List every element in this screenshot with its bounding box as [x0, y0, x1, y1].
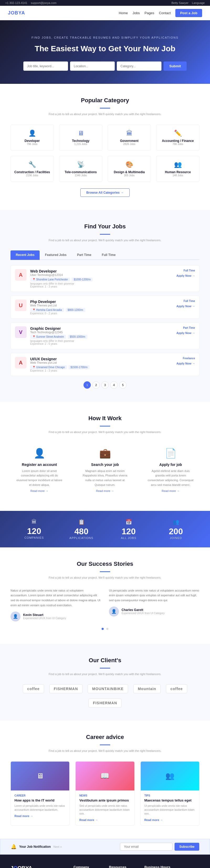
dot-1[interactable]: [102, 628, 104, 630]
job-salary-tag-2: $800-1200/m: [66, 308, 85, 312]
site-logo[interactable]: JOBYA: [8, 10, 25, 16]
job-location-input[interactable]: [70, 61, 115, 71]
companies-label: COMPANIES: [10, 536, 58, 539]
story-2-text: Ut perspiciatis unde omnis iste natus ut…: [109, 588, 200, 603]
joined-number: 200: [152, 527, 200, 536]
career-read-more-1[interactable]: Read more →: [14, 814, 33, 817]
all-jobs-number: 120: [105, 527, 152, 536]
success-stories-sub: Find a job to tell us about your project…: [10, 576, 200, 580]
page-5[interactable]: 5: [119, 381, 127, 389]
post-job-button[interactable]: Post a Job: [175, 9, 202, 17]
career-cat-3: Tips: [144, 794, 196, 797]
category-item-hr[interactable]: 👥 Human Resource 148 Jobs: [156, 156, 200, 182]
client-logo-5: coffee: [166, 684, 187, 693]
notification-subscribe-button[interactable]: Subscribe: [175, 843, 199, 851]
navbar: JOBYA Home Jobs Pages Contact Post a Job: [0, 6, 210, 20]
category-item-developer[interactable]: 👤 Developer 796 Jobs: [10, 125, 54, 151]
how-it-works-divider: [10, 423, 200, 427]
how-it-works-section: How It Work Find a job to tell us about …: [0, 402, 210, 511]
developer-icon: 👤: [13, 129, 51, 137]
job-tag-2: 📍 Hertsha Carol Arcadia: [30, 308, 64, 312]
topbar-language[interactable]: Language: [192, 1, 205, 4]
all-jobs-label: ALL JOBS: [105, 536, 152, 539]
nav-jobs[interactable]: Jobs: [133, 11, 140, 15]
category-item-technology[interactable]: 🖥 Technology 1,215 Jobs: [59, 125, 102, 151]
job-salary-tag-3: $500-1000/m: [68, 335, 88, 339]
career-advice-section: Career advice Find a job to tell us abou…: [0, 720, 210, 839]
success-stories-title: Our Success Stories: [10, 561, 200, 567]
footer-logo: JOOBYA: [10, 865, 66, 868]
apply-button-1[interactable]: Apply Now →: [164, 274, 195, 277]
construction-count: 2196 Jobs: [13, 174, 51, 177]
tab-full-time[interactable]: Full Time: [97, 250, 121, 260]
page-1[interactable]: 1: [83, 381, 91, 389]
stat-joined: 👥 200 JOINED: [152, 519, 200, 539]
page-3[interactable]: 3: [101, 381, 109, 389]
all-jobs-icon: 📅: [105, 519, 152, 525]
search-job-title: Search your job: [81, 463, 129, 467]
footer-company-title: Company: [73, 865, 101, 868]
construction-name: Construction / Facilities: [13, 170, 51, 174]
apply-button-3[interactable]: Apply Now →: [164, 331, 195, 335]
telecom-icon: 📡: [62, 161, 100, 168]
tab-recent-jobs[interactable]: Recent Jobs: [10, 250, 40, 260]
notification-bar: 🔔 Your Job Notification Next » Subscribe: [0, 839, 210, 855]
how-it-works-sub: Find a job to tell us about your project…: [10, 430, 200, 435]
job-type-3: Part Time: [164, 327, 195, 329]
nav-home[interactable]: Home: [119, 11, 128, 15]
story-2: Ut perspiciatis unde omnis iste natus ut…: [109, 588, 200, 621]
government-count: 2826 Jobs: [110, 143, 148, 146]
story-2-author: 👤 Charles Garett Experienced UI/UX from …: [109, 607, 200, 617]
search-job-read-more[interactable]: Read more →: [81, 489, 129, 493]
job-tags-1: 📍 Shoreline Lane Portchester $1000-1200/…: [30, 278, 160, 281]
apply-button-2[interactable]: Apply Now →: [164, 305, 195, 308]
stat-applications: 📋 480 APPLICATIONS: [58, 519, 105, 539]
job-category-input[interactable]: [117, 61, 162, 71]
notification-email-input[interactable]: [120, 843, 172, 851]
category-item-telecom[interactable]: 📡 Tele-communications 1346 Jobs: [59, 156, 102, 182]
topbar-login[interactable]: Betty Sawyer: [171, 1, 188, 4]
search-job-icon: 💼: [81, 448, 129, 459]
career-advice-sub: Find a job to tell us about your project…: [10, 749, 200, 753]
story-2-avatar: 👤: [109, 607, 119, 617]
register-read-more[interactable]: Read more →: [16, 489, 63, 493]
career-post-title-1: How apps is the IT world: [14, 798, 66, 802]
design-icon: 🎨: [110, 161, 148, 168]
dot-2[interactable]: [106, 628, 108, 630]
category-item-accounting[interactable]: ✏️ Accounting / Finance 786 Jobs: [156, 125, 200, 151]
job-exp-3: Experience: 2 - 5 years: [30, 342, 160, 345]
job-keyword-input[interactable]: [23, 61, 68, 71]
page-4[interactable]: 4: [110, 381, 117, 389]
tab-part-time[interactable]: Part Time: [72, 250, 96, 260]
accounting-icon: ✏️: [159, 129, 197, 137]
page-2[interactable]: 2: [93, 381, 100, 389]
hr-name: Human Resource: [159, 170, 197, 174]
how-it-works-grid: 👤 Register an account Lorem ipsum dolor …: [10, 442, 200, 498]
apply-button-4[interactable]: Apply Now →: [164, 362, 195, 365]
tab-featured-jobs[interactable]: Featured Jobs: [40, 250, 72, 260]
job-info-4: UI/UX Designer Web Themes pvt.Ltd 📍 Unna…: [30, 357, 160, 372]
job-tag-1: 📍 Shoreline Lane Portchester: [30, 278, 70, 281]
stat-companies: 🏛 120 COMPANIES: [10, 519, 58, 539]
nav-pages[interactable]: Pages: [145, 11, 154, 15]
browse-all-categories-button[interactable]: Browse All Categories →: [80, 188, 130, 197]
job-exp-2: Experience: 0 - 2 years: [30, 312, 160, 315]
nav-contact[interactable]: Contact: [159, 11, 171, 15]
hero-search-button[interactable]: Submit: [164, 61, 187, 71]
topbar-email[interactable]: support@jooyа.com: [31, 1, 57, 4]
story-1-name: Kevin Steuart: [23, 613, 66, 617]
story-1-text: Natus ut perspiciatis unde omnis iste na…: [10, 588, 101, 608]
apply-read-more[interactable]: Read more →: [147, 489, 194, 493]
category-item-government[interactable]: 🏛 Government 2826 Jobs: [108, 125, 151, 151]
career-read-more-3[interactable]: Read more →: [144, 818, 163, 822]
story-dots: [10, 627, 200, 631]
hero-title: The Easiest Way to Get Your New Job: [8, 43, 202, 54]
career-read-more-2[interactable]: Read more →: [79, 818, 98, 822]
category-item-construction[interactable]: 🔧 Construction / Facilities 2196 Jobs: [10, 156, 54, 182]
design-name: Design & Multimedia: [110, 170, 148, 174]
register-desc: Lorem ipsum dolor sit amet consectetur a…: [16, 469, 63, 487]
jobs-tab-bar: Recent Jobs Featured Jobs Part Time Full…: [10, 250, 200, 260]
job-logo-1: A: [15, 269, 27, 281]
logo-text: JOBYA: [8, 10, 25, 16]
category-item-design[interactable]: 🎨 Design & Multimedia 305 Jobs: [108, 156, 151, 182]
